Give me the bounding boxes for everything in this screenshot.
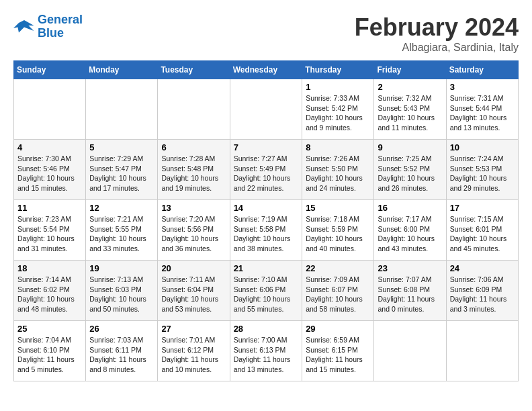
day-info: Sunrise: 7:03 AMSunset: 6:11 PMDaylight:…	[89, 335, 154, 375]
day-cell: 26Sunrise: 7:03 AMSunset: 6:11 PMDayligh…	[86, 321, 158, 381]
day-cell: 23Sunrise: 7:07 AMSunset: 6:08 PMDayligh…	[374, 261, 446, 321]
day-number: 29	[306, 324, 370, 334]
day-info: Sunrise: 7:07 AMSunset: 6:08 PMDaylight:…	[378, 275, 442, 314]
day-info: Sunrise: 7:17 AMSunset: 6:00 PMDaylight:…	[378, 214, 442, 254]
day-number: 27	[161, 324, 226, 334]
day-cell: 15Sunrise: 7:18 AMSunset: 5:59 PMDayligh…	[302, 200, 374, 261]
logo-text: General Blue	[38, 13, 83, 40]
day-info: Sunrise: 7:10 AMSunset: 6:06 PMDaylight:…	[234, 275, 299, 314]
day-info: Sunrise: 6:59 AMSunset: 6:15 PMDaylight:…	[306, 335, 370, 375]
week-row-3: 11Sunrise: 7:23 AMSunset: 5:54 PMDayligh…	[14, 200, 519, 261]
day-number: 8	[306, 142, 370, 152]
day-cell: 21Sunrise: 7:10 AMSunset: 6:06 PMDayligh…	[230, 261, 302, 321]
day-cell: 2Sunrise: 7:32 AMSunset: 5:43 PMDaylight…	[374, 79, 446, 140]
day-info: Sunrise: 7:04 AMSunset: 6:10 PMDaylight:…	[17, 335, 82, 375]
weekday-header-thursday: Thursday	[302, 61, 374, 79]
day-info: Sunrise: 7:23 AMSunset: 5:54 PMDaylight:…	[17, 214, 82, 254]
day-cell	[158, 79, 230, 140]
day-info: Sunrise: 7:01 AMSunset: 6:12 PMDaylight:…	[161, 335, 226, 375]
day-number: 1	[306, 82, 370, 92]
day-cell: 16Sunrise: 7:17 AMSunset: 6:00 PMDayligh…	[374, 200, 446, 261]
day-info: Sunrise: 7:26 AMSunset: 5:50 PMDaylight:…	[306, 154, 370, 193]
day-cell: 6Sunrise: 7:28 AMSunset: 5:48 PMDaylight…	[158, 140, 230, 200]
day-cell: 1Sunrise: 7:33 AMSunset: 5:42 PMDaylight…	[302, 79, 374, 140]
day-info: Sunrise: 7:25 AMSunset: 5:52 PMDaylight:…	[378, 154, 442, 193]
day-number: 26	[89, 324, 154, 334]
day-info: Sunrise: 7:29 AMSunset: 5:47 PMDaylight:…	[89, 154, 154, 193]
weekday-header-monday: Monday	[86, 61, 158, 79]
page-header: General Blue February 2024 Albagiara, Sa…	[13, 13, 519, 54]
week-row-2: 4Sunrise: 7:30 AMSunset: 5:46 PMDaylight…	[14, 140, 519, 200]
calendar-table: SundayMondayTuesdayWednesdayThursdayFrid…	[13, 60, 519, 381]
day-info: Sunrise: 7:32 AMSunset: 5:43 PMDaylight:…	[378, 93, 442, 133]
day-number: 14	[234, 203, 299, 213]
day-number: 13	[161, 203, 226, 213]
day-info: Sunrise: 7:13 AMSunset: 6:03 PMDaylight:…	[89, 275, 154, 314]
title-block: February 2024 Albagiara, Sardinia, Italy	[355, 13, 519, 54]
day-cell: 5Sunrise: 7:29 AMSunset: 5:47 PMDaylight…	[86, 140, 158, 200]
day-number: 10	[450, 142, 515, 152]
day-number: 6	[161, 142, 226, 152]
day-cell: 9Sunrise: 7:25 AMSunset: 5:52 PMDaylight…	[374, 140, 446, 200]
location: Albagiara, Sardinia, Italy	[355, 42, 519, 54]
day-cell: 18Sunrise: 7:14 AMSunset: 6:02 PMDayligh…	[14, 261, 86, 321]
weekday-header-row: SundayMondayTuesdayWednesdayThursdayFrid…	[14, 61, 519, 79]
day-cell	[374, 321, 446, 381]
day-cell: 14Sunrise: 7:19 AMSunset: 5:58 PMDayligh…	[230, 200, 302, 261]
day-cell: 27Sunrise: 7:01 AMSunset: 6:12 PMDayligh…	[158, 321, 230, 381]
day-number: 21	[234, 263, 299, 273]
day-cell: 17Sunrise: 7:15 AMSunset: 6:01 PMDayligh…	[446, 200, 518, 261]
day-info: Sunrise: 7:00 AMSunset: 6:13 PMDaylight:…	[234, 335, 299, 375]
day-cell: 25Sunrise: 7:04 AMSunset: 6:10 PMDayligh…	[14, 321, 86, 381]
day-number: 17	[450, 203, 515, 213]
day-cell: 3Sunrise: 7:31 AMSunset: 5:44 PMDaylight…	[446, 79, 518, 140]
day-cell: 20Sunrise: 7:11 AMSunset: 6:04 PMDayligh…	[158, 261, 230, 321]
day-cell: 4Sunrise: 7:30 AMSunset: 5:46 PMDaylight…	[14, 140, 86, 200]
day-info: Sunrise: 7:27 AMSunset: 5:49 PMDaylight:…	[234, 154, 299, 193]
day-info: Sunrise: 7:19 AMSunset: 5:58 PMDaylight:…	[234, 214, 299, 254]
day-number: 16	[378, 203, 442, 213]
day-number: 9	[378, 142, 442, 152]
day-info: Sunrise: 7:33 AMSunset: 5:42 PMDaylight:…	[306, 93, 370, 133]
logo: General Blue	[13, 13, 83, 40]
day-number: 28	[234, 324, 299, 334]
day-number: 23	[378, 263, 442, 273]
day-info: Sunrise: 7:20 AMSunset: 5:56 PMDaylight:…	[161, 214, 226, 254]
day-cell	[86, 79, 158, 140]
weekday-header-tuesday: Tuesday	[158, 61, 230, 79]
day-number: 19	[89, 263, 154, 273]
day-cell: 19Sunrise: 7:13 AMSunset: 6:03 PMDayligh…	[86, 261, 158, 321]
day-info: Sunrise: 7:31 AMSunset: 5:44 PMDaylight:…	[450, 93, 515, 133]
day-cell: 7Sunrise: 7:27 AMSunset: 5:49 PMDaylight…	[230, 140, 302, 200]
day-cell	[14, 79, 86, 140]
day-info: Sunrise: 7:24 AMSunset: 5:53 PMDaylight:…	[450, 154, 515, 193]
day-number: 20	[161, 263, 226, 273]
day-cell: 29Sunrise: 6:59 AMSunset: 6:15 PMDayligh…	[302, 321, 374, 381]
day-cell: 10Sunrise: 7:24 AMSunset: 5:53 PMDayligh…	[446, 140, 518, 200]
day-number: 12	[89, 203, 154, 213]
day-info: Sunrise: 7:14 AMSunset: 6:02 PMDaylight:…	[17, 275, 82, 314]
day-cell: 11Sunrise: 7:23 AMSunset: 5:54 PMDayligh…	[14, 200, 86, 261]
day-info: Sunrise: 7:06 AMSunset: 6:09 PMDaylight:…	[450, 275, 515, 314]
day-number: 11	[17, 203, 82, 213]
day-number: 24	[450, 263, 515, 273]
month-title: February 2024	[355, 13, 519, 42]
svg-marker-0	[13, 20, 34, 32]
day-cell: 12Sunrise: 7:21 AMSunset: 5:55 PMDayligh…	[86, 200, 158, 261]
day-cell: 24Sunrise: 7:06 AMSunset: 6:09 PMDayligh…	[446, 261, 518, 321]
day-cell	[446, 321, 518, 381]
day-cell: 8Sunrise: 7:26 AMSunset: 5:50 PMDaylight…	[302, 140, 374, 200]
day-number: 2	[378, 82, 442, 92]
week-row-4: 18Sunrise: 7:14 AMSunset: 6:02 PMDayligh…	[14, 261, 519, 321]
day-info: Sunrise: 7:18 AMSunset: 5:59 PMDaylight:…	[306, 214, 370, 254]
day-number: 15	[306, 203, 370, 213]
weekday-header-saturday: Saturday	[446, 61, 518, 79]
day-number: 5	[89, 142, 154, 152]
day-info: Sunrise: 7:09 AMSunset: 6:07 PMDaylight:…	[306, 275, 370, 314]
day-number: 18	[17, 263, 82, 273]
day-number: 25	[17, 324, 82, 334]
day-cell: 28Sunrise: 7:00 AMSunset: 6:13 PMDayligh…	[230, 321, 302, 381]
day-number: 3	[450, 82, 515, 92]
day-cell: 13Sunrise: 7:20 AMSunset: 5:56 PMDayligh…	[158, 200, 230, 261]
week-row-5: 25Sunrise: 7:04 AMSunset: 6:10 PMDayligh…	[14, 321, 519, 381]
